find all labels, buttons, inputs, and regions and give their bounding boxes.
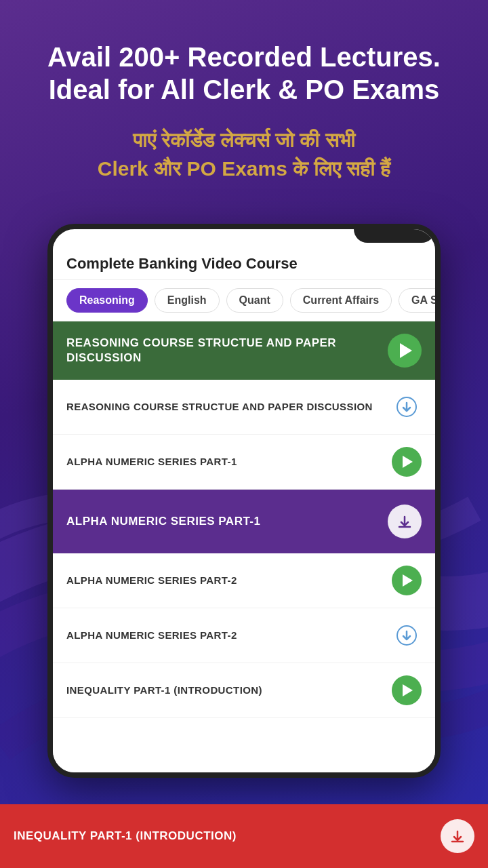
list-item-alpha-2-download[interactable]: ALPHA NUMERIC SERIES PART-2 bbox=[53, 608, 435, 663]
list-item-text-2: ALPHA NUMERIC SERIES PART-1 bbox=[66, 455, 392, 469]
list-item-reasoning-discussion[interactable]: REASONING COURSE STRUCTUE AND PAPER DISC… bbox=[53, 380, 435, 435]
list-item-text-3: ALPHA NUMERIC SERIES PART-2 bbox=[66, 574, 392, 587]
phone-notch bbox=[354, 229, 435, 243]
download-button-1[interactable] bbox=[392, 392, 422, 422]
list-item-text-4: ALPHA NUMERIC SERIES PART-2 bbox=[66, 629, 392, 642]
play-icon-small-2 bbox=[403, 574, 413, 587]
highlighted-red-text: INEQUALITY PART-1 (INTRODUCTION) bbox=[14, 829, 441, 843]
tab-ga[interactable]: GA Sta... bbox=[399, 288, 435, 313]
hero-title: Avail 200+ Recorded Lectures. Ideal for … bbox=[27, 41, 461, 106]
highlighted-inequality-red[interactable]: INEQUALITY PART-1 (INTRODUCTION) bbox=[0, 804, 488, 868]
phone-content: Complete Banking Video Course Reasoning … bbox=[53, 243, 435, 772]
download-button-2[interactable] bbox=[392, 620, 422, 650]
course-header: Complete Banking Video Course bbox=[53, 243, 435, 280]
download-icon-red bbox=[448, 827, 467, 846]
list-item-text-1: REASONING COURSE STRUCTUE AND PAPER DISC… bbox=[66, 400, 392, 414]
bottom-spacer bbox=[53, 718, 435, 772]
course-title: Complete Banking Video Course bbox=[66, 255, 422, 273]
play-button-small-2[interactable] bbox=[392, 566, 422, 595]
phone-frame: Complete Banking Video Course Reasoning … bbox=[47, 224, 441, 778]
download-icon-1 bbox=[396, 396, 418, 418]
tab-english[interactable]: English bbox=[155, 288, 220, 313]
highlighted-purple-text: ALPHA NUMERIC SERIES PART-1 bbox=[66, 515, 388, 528]
play-button-green[interactable] bbox=[388, 334, 422, 368]
hero-section: Avail 200+ Recorded Lectures. Ideal for … bbox=[0, 0, 488, 203]
list-item-alpha-2-play[interactable]: ALPHA NUMERIC SERIES PART-2 bbox=[53, 553, 435, 608]
download-button-purple[interactable] bbox=[388, 505, 422, 538]
highlighted-green-text: REASONING COURSE STRUCTUE AND PAPER DISC… bbox=[66, 336, 388, 366]
play-icon-small-1 bbox=[403, 456, 413, 468]
tab-reasoning[interactable]: Reasoning bbox=[66, 288, 148, 313]
list-item-text-5: INEQUALITY PART-1 (INTRODUCTION) bbox=[66, 684, 392, 697]
hero-subtitle-line1: पाएं रेकॉर्डेड लेक्चर्स जो की सभी Clerk … bbox=[27, 126, 461, 183]
download-icon-purple bbox=[395, 512, 414, 531]
play-button-small-1[interactable] bbox=[392, 447, 422, 477]
list-item-alpha-1[interactable]: ALPHA NUMERIC SERIES PART-1 bbox=[53, 435, 435, 490]
tab-quant[interactable]: Quant bbox=[226, 288, 283, 313]
play-icon-small-3 bbox=[403, 684, 413, 696]
phone-wrapper: Complete Banking Video Course Reasoning … bbox=[0, 224, 488, 778]
tab-current-affairs[interactable]: Current Affairs bbox=[290, 288, 392, 313]
play-button-small-3[interactable] bbox=[392, 675, 422, 705]
tabs-row: Reasoning English Quant Current Affairs … bbox=[53, 280, 435, 321]
download-icon-2 bbox=[396, 625, 418, 646]
play-icon bbox=[400, 343, 412, 358]
highlighted-reasoning-discussion[interactable]: REASONING COURSE STRUCTUE AND PAPER DISC… bbox=[53, 321, 435, 380]
phone-container: Complete Banking Video Course Reasoning … bbox=[47, 224, 441, 778]
highlighted-alpha-1[interactable]: ALPHA NUMERIC SERIES PART-1 bbox=[53, 490, 435, 553]
download-button-red[interactable] bbox=[441, 819, 474, 853]
list-item-inequality-play[interactable]: INEQUALITY PART-1 (INTRODUCTION) bbox=[53, 663, 435, 718]
